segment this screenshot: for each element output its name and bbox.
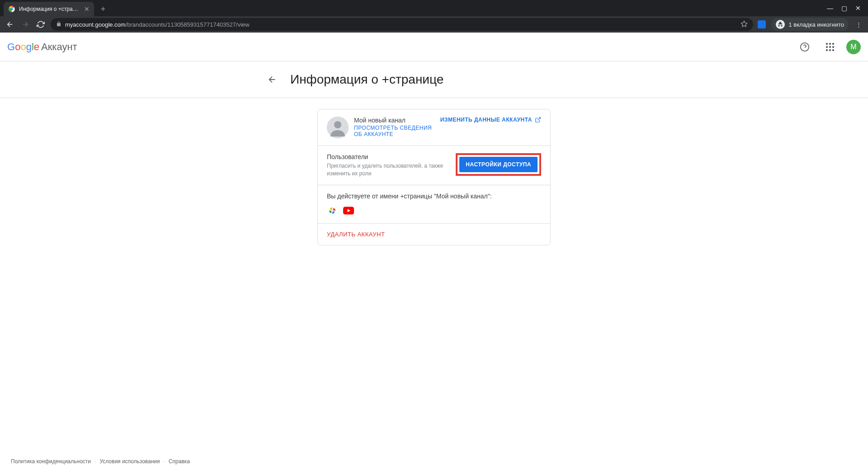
users-info: Пользователи Пригласить и удалить пользо… — [327, 153, 448, 178]
browser-tab[interactable]: Информация о +странице ✕ — [4, 2, 94, 16]
change-data-label: ИЗМЕНИТЬ ДАННЫЕ АККАУНТА — [440, 117, 532, 123]
browser-menu-icon[interactable]: ⋮ — [854, 21, 863, 28]
toolbar-right: 1 вкладка инкогнито ⋮ — [758, 18, 863, 31]
account-actions: ИЗМЕНИТЬ ДАННЫЕ АККАУНТА — [440, 117, 541, 123]
acting-section: Вы действуете от имени +страницы "Мой но… — [318, 185, 550, 224]
address-bar[interactable]: myaccount.google.com/brandaccounts/11305… — [51, 18, 753, 31]
users-description: Пригласить и удалить пользователей, а та… — [327, 162, 448, 178]
minimize-icon[interactable]: — — [827, 5, 833, 12]
browser-toolbar: myaccount.google.com/brandaccounts/11305… — [0, 16, 868, 33]
extension-icon[interactable] — [758, 20, 766, 28]
nav-back-icon[interactable] — [5, 19, 15, 30]
page-title: Информация о +странице — [290, 72, 443, 87]
incognito-label: 1 вкладка инкогнито — [788, 21, 844, 28]
account-section: Мой новый канал ПРОСМОТРЕТЬ СВЕДЕНИЯ ОБ … — [318, 109, 550, 146]
users-title: Пользователи — [327, 153, 448, 160]
external-link-icon — [535, 117, 541, 123]
footer-separator: · — [94, 458, 96, 465]
product-name: Аккаунт — [41, 41, 77, 53]
service-icons — [327, 205, 541, 216]
tab-favicon — [8, 5, 15, 13]
delete-account-link[interactable]: УДАЛИТЬ АККАУНТ — [327, 231, 541, 238]
page-title-section: Информация о +странице — [0, 61, 868, 98]
browser-chrome: Информация о +странице ✕ + — ▢ ✕ myaccou… — [0, 0, 868, 33]
content-card-wrap: Мой новый канал ПРОСМОТРЕТЬ СВЕДЕНИЯ ОБ … — [285, 109, 583, 245]
google-wordmark: Google — [7, 41, 39, 53]
account-info: Мой новый канал ПРОСМОТРЕТЬ СВЕДЕНИЯ ОБ … — [354, 117, 435, 137]
incognito-badge[interactable]: 1 вкладка инкогнито — [771, 18, 849, 31]
content-card: Мой новый канал ПРОСМОТРЕТЬ СВЕДЕНИЯ ОБ … — [317, 109, 551, 245]
tab-title: Информация о +странице — [19, 6, 80, 12]
account-name: Мой новый канал — [354, 117, 435, 124]
footer-privacy-link[interactable]: Политика конфиденциальности — [11, 458, 91, 465]
tab-strip: Информация о +странице ✕ + — ▢ ✕ — [0, 0, 868, 16]
lock-icon — [56, 21, 61, 28]
delete-section: УДАЛИТЬ АККАУНТ — [318, 224, 550, 245]
account-avatar[interactable]: M — [846, 40, 861, 54]
new-tab-button[interactable]: + — [97, 3, 109, 15]
footer-terms-link[interactable]: Условия использования — [99, 458, 160, 465]
reload-icon[interactable] — [35, 19, 46, 30]
access-button-highlight: НАСТРОЙКИ ДОСТУПА — [456, 153, 541, 176]
nav-forward-icon[interactable] — [20, 19, 31, 30]
google-logo[interactable]: Google Аккаунт — [7, 41, 77, 53]
bookmark-star-icon[interactable] — [741, 20, 748, 29]
avatar-letter: M — [850, 43, 856, 51]
google-photos-icon[interactable] — [327, 205, 338, 216]
incognito-icon — [776, 20, 785, 29]
tab-close-icon[interactable]: ✕ — [84, 5, 90, 13]
back-button[interactable] — [263, 70, 281, 89]
help-icon[interactable] — [796, 38, 814, 56]
acting-text: Вы действуете от имени +страницы "Мой но… — [327, 193, 541, 200]
view-details-link[interactable]: ПРОСМОТРЕТЬ СВЕДЕНИЯ ОБ АККАУНТЕ — [354, 125, 435, 137]
header-right: M — [796, 38, 861, 56]
profile-avatar-icon — [327, 117, 349, 138]
users-section: Пользователи Пригласить и удалить пользо… — [318, 146, 550, 185]
youtube-icon[interactable] — [343, 205, 354, 216]
svg-marker-2 — [741, 21, 747, 27]
footer-separator: · — [164, 458, 165, 465]
window-controls: — ▢ ✕ — [820, 5, 868, 12]
access-settings-button[interactable]: НАСТРОЙКИ ДОСТУПА — [459, 157, 538, 172]
change-data-link[interactable]: ИЗМЕНИТЬ ДАННЫЕ АККАУНТА — [440, 117, 541, 123]
close-window-icon[interactable]: ✕ — [855, 5, 861, 12]
apps-icon[interactable] — [821, 38, 839, 56]
app-header: Google Аккаунт M — [0, 33, 868, 61]
svg-point-6 — [334, 121, 341, 128]
footer: Политика конфиденциальности · Условия ис… — [0, 453, 868, 470]
maximize-icon[interactable]: ▢ — [841, 5, 847, 12]
footer-help-link[interactable]: Справка — [169, 458, 190, 465]
url-text: myaccount.google.com/brandaccounts/11305… — [65, 21, 250, 28]
